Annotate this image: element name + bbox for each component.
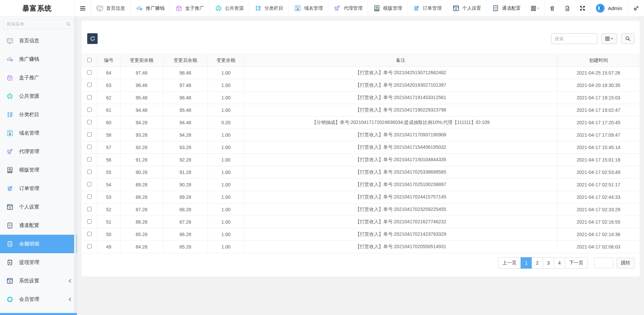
sidebar-item-promote-earn[interactable]: $推广赚钱 [0, 50, 77, 69]
sidebar-item-agent-manage[interactable]: 代理管理 [0, 142, 77, 161]
cell-after: 95.48 [163, 104, 208, 117]
channel-config-icon: $ [492, 5, 499, 12]
table-row: 5489.2890.281.00【打赏收入】单号:202104170251002… [82, 179, 640, 191]
cell-change: 1.00 [208, 241, 244, 253]
table-row: 6295.4896.481.00【打赏收入】单号:202104171914533… [82, 92, 640, 104]
cell-created: 2021-04-17 15:01:18 [557, 154, 640, 166]
page-button-4[interactable]: 4 [554, 257, 565, 269]
search-button[interactable] [621, 33, 634, 44]
prev-page-button[interactable]: 上一页 [498, 257, 521, 269]
agent-manage-icon [334, 5, 341, 12]
table-row: 6497.4898.481.00【打赏收入】单号:202104251507126… [82, 67, 640, 79]
row-checkbox[interactable] [87, 194, 92, 199]
row-checkbox[interactable] [87, 120, 92, 124]
sidebar-item-category-column[interactable]: 分类栏目 [0, 105, 77, 124]
row-checkbox[interactable] [87, 182, 92, 186]
sidebar-item-box-promote[interactable]: 盒子推广 [0, 69, 77, 87]
sidebar-item-public-resource[interactable]: 公共资源 [0, 87, 77, 105]
row-checkbox[interactable] [87, 70, 92, 75]
page-jump-button[interactable]: 跳转 [616, 258, 635, 268]
next-page-button[interactable]: 下一页 [565, 257, 588, 269]
sidebar-search-input[interactable] [3, 19, 73, 29]
topnav-item-category-column[interactable]: 分类栏目 [249, 0, 288, 16]
select-all-checkbox[interactable] [87, 58, 92, 62]
settings-button[interactable] [628, 0, 644, 16]
topnav-item-domain-manage[interactable]: w域名管理 [288, 0, 328, 16]
layout-list-dropdown-button[interactable] [526, 0, 544, 16]
sidebar-item-home-info[interactable]: 首页信息 [0, 32, 77, 50]
sidebar-item-template-manage[interactable]: HTML模版管理 [0, 161, 77, 179]
topnav-item-label: 个人设置 [462, 5, 481, 11]
row-checkbox[interactable] [87, 232, 92, 236]
cell-remark: 【打赏收入】单号:20210417020550514931 [244, 241, 557, 253]
topnav-item-promote-earn[interactable]: $推广赚钱 [130, 0, 170, 16]
cell-before: 89.28 [120, 179, 163, 191]
cell-change: 1.00 [208, 166, 244, 179]
column-header: 备注 [244, 54, 557, 67]
sidebar-item-label: 通道配置 [19, 222, 39, 229]
sidebar-item-balance-detail[interactable]: $余额明细 [0, 235, 77, 253]
topnav-item-box-promote[interactable]: 盒子推广 [170, 0, 209, 16]
row-select-cell [82, 166, 97, 179]
sidebar-item-member-manage[interactable]: 会员管理 [0, 290, 77, 309]
row-select-cell [82, 241, 97, 253]
page-button-2[interactable]: 2 [532, 257, 543, 269]
topnav-item-template-manage[interactable]: HTML模版管理 [368, 0, 407, 16]
row-checkbox[interactable] [87, 244, 92, 249]
table-row: 5590.2891.281.00【打赏收入】单号:202104170253386… [82, 166, 640, 179]
topnav-item-order-manage[interactable]: 订单管理 [407, 0, 447, 16]
sidebar-item-personal-settings[interactable]: 个人设置 [0, 198, 77, 216]
topnav-item-agent-manage[interactable]: 代理管理 [328, 0, 368, 16]
sidebar-item-label: 分类栏目 [19, 111, 39, 118]
cell-remark: 【打赏收入】单号:20210417190229323798 [244, 104, 557, 117]
sidebar-scrollbar[interactable] [74, 17, 76, 315]
collapse-menu-button[interactable] [74, 0, 91, 16]
admin-menu[interactable]: Admin [590, 0, 628, 16]
cell-created: 2021-04-17 02:16:55 [557, 216, 640, 228]
row-checkbox[interactable] [87, 83, 92, 87]
cell-change: 1.00 [208, 191, 244, 204]
sidebar-item-system-settings[interactable]: 系统设置 [0, 272, 77, 290]
trash-icon [549, 5, 555, 11]
cell-id: 63 [97, 79, 120, 92]
row-checkbox[interactable] [87, 107, 92, 112]
cell-created: 2021-04-17 02:14:36 [557, 228, 640, 241]
cell-remark: 【打赏收入】单号:20210417154456195032 [244, 141, 557, 154]
cell-before: 94.28 [120, 117, 163, 129]
refresh-button[interactable] [87, 33, 98, 44]
sidebar-item-withdraw-manage[interactable]: $提现管理 [0, 253, 77, 272]
table-search-input[interactable] [551, 33, 597, 44]
row-checkbox[interactable] [87, 132, 92, 137]
promote-earn-icon: $ [6, 56, 13, 63]
page-button-3[interactable]: 3 [543, 257, 554, 269]
fullscreen-button[interactable] [575, 0, 590, 16]
table-row: 5691.2892.281.00【打赏收入】单号:202104171501048… [82, 154, 640, 166]
cell-id: 53 [97, 191, 120, 204]
row-checkbox[interactable] [87, 145, 92, 149]
page-button-1[interactable]: 1 [521, 257, 532, 269]
cell-id: 61 [97, 104, 120, 117]
row-checkbox[interactable] [87, 170, 92, 174]
admin-name: Admin [608, 5, 622, 11]
row-checkbox[interactable] [87, 207, 92, 211]
clear-cache-button[interactable] [560, 0, 575, 16]
topnav-item-home-info[interactable]: 首页信息 [91, 0, 130, 16]
row-checkbox[interactable] [87, 95, 92, 99]
sidebar-item-domain-manage[interactable]: w域名管理 [0, 124, 77, 142]
columns-dropdown-button[interactable] [601, 33, 617, 44]
cell-after: 96.48 [163, 92, 208, 104]
row-checkbox[interactable] [87, 219, 92, 224]
topnav-item-personal-settings[interactable]: 个人设置 [447, 0, 486, 16]
clear-trash-button[interactable] [545, 0, 560, 16]
cell-change: 1.00 [208, 104, 244, 117]
cell-created: 2021-04-17 17:09:47 [557, 129, 640, 141]
sidebar-item-channel-config[interactable]: $通道配置 [0, 216, 77, 235]
topnav-item-public-resource[interactable]: 公共资源 [209, 0, 249, 16]
page-jump-input[interactable] [594, 258, 613, 268]
sidebar-item-order-manage[interactable]: 订单管理 [0, 179, 77, 198]
table-row: 6194.4895.481.00【打赏收入】单号:202104171902293… [82, 104, 640, 117]
row-checkbox[interactable] [87, 157, 92, 162]
sidebar-item-label: 首页信息 [19, 38, 39, 44]
cell-id: 58 [97, 129, 120, 141]
topnav-item-channel-config[interactable]: $通道配置 [486, 0, 526, 16]
